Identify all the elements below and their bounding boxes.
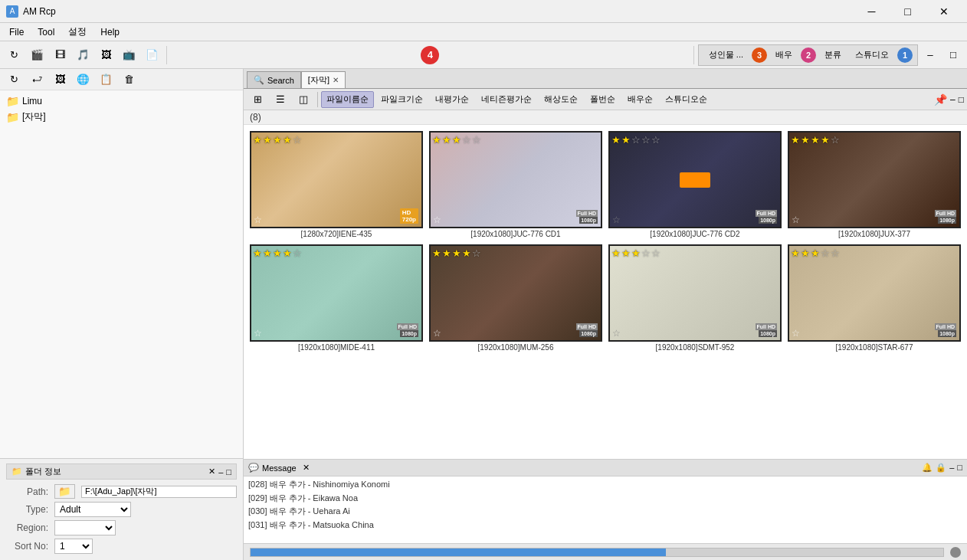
fav-star: ☆: [433, 328, 441, 339]
star-2: ★: [442, 247, 451, 259]
refresh-button[interactable]: ↻: [3, 44, 25, 66]
sort-myrating-button[interactable]: 내평가순: [430, 91, 474, 108]
path-row: Path: 📁: [6, 483, 237, 500]
main-container: ↻ ⮐ 🖼 🌐 📋 🗑 📁 Limu 📁 [자막] 📁 폴더 정보 ✕: [0, 69, 967, 560]
pin-icon[interactable]: 📌: [934, 93, 947, 106]
fav-star: ☆: [254, 215, 262, 225]
grid-item-8[interactable]: ★★★☆☆ Full HD1080p ☆ [1920x1080]STAR-677: [788, 244, 961, 352]
thumb-wrapper: ★★☆☆☆ Full HD1080p ☆: [608, 131, 782, 228]
menu-file[interactable]: File: [3, 25, 30, 39]
star-2: ★: [801, 247, 810, 259]
tab-jamak[interactable]: [자막] ✕: [301, 71, 346, 88]
image-button[interactable]: 🖼: [95, 44, 116, 66]
video-button[interactable]: 🎬: [26, 44, 48, 66]
doc-button[interactable]: 📄: [141, 44, 162, 66]
grid-item-5[interactable]: ★★★★☆ Full HD1080p ☆ [1920x1080]MIDE-411: [250, 244, 423, 352]
main-toolbar: ↻ 🎬 🎞 🎵 🖼 📺 📄 4 성인물 ... 3 배우 2 분류 스튜디오 1…: [0, 41, 967, 69]
sort-folnum-button[interactable]: 폴번순: [585, 91, 621, 108]
screen-button[interactable]: 📺: [118, 44, 139, 66]
msg-maximize-icon[interactable]: □: [957, 463, 962, 473]
message-tab-close[interactable]: ✕: [303, 463, 310, 473]
fullhd-top: Full HD: [576, 323, 598, 330]
sort-resolution-button[interactable]: 해상도순: [539, 91, 583, 108]
star-1: ★: [432, 247, 441, 259]
music-button[interactable]: 🎵: [72, 44, 93, 66]
view-list-button[interactable]: ☰: [270, 89, 291, 110]
tree-image-button[interactable]: 🖼: [49, 69, 70, 90]
grid-item-6[interactable]: ★★★★☆ Full HD1080p ☆ [1920x1080]MUM-256: [429, 244, 602, 352]
thumb-img: [251, 133, 421, 227]
sort-actor-button[interactable]: 배우순: [622, 91, 658, 108]
menu-help[interactable]: Help: [94, 25, 126, 39]
close-button[interactable]: ✕: [926, 0, 961, 23]
category-studio[interactable]: 스튜디오: [850, 47, 894, 64]
star-3: ★: [811, 134, 820, 146]
tree-refresh-button[interactable]: ↻: [3, 69, 25, 90]
thumb-label: [1920x1080]MUM-256: [478, 343, 554, 352]
category-adults[interactable]: 성인물 ...: [703, 47, 749, 64]
star-4: ★: [462, 247, 471, 259]
left-panel: ↻ ⮐ 🖼 🌐 📋 🗑 📁 Limu 📁 [자막] 📁 폴더 정보 ✕: [0, 69, 244, 560]
view-detail-button[interactable]: ◫: [293, 89, 314, 110]
star-5: ☆: [831, 247, 840, 259]
msg-icon-2[interactable]: 🔒: [936, 463, 946, 473]
grid-item-3[interactable]: ★★☆☆☆ Full HD1080p ☆ [1920x1080]JUC-776 …: [608, 131, 782, 238]
sort-filename-button[interactable]: 파일이름순: [321, 91, 374, 108]
star-2: ★: [263, 134, 272, 146]
panel-toggle-1[interactable]: –: [919, 44, 941, 66]
tree-item-limu[interactable]: 📁 Limu: [3, 93, 240, 109]
thumb-stars: ★★★☆☆: [791, 247, 840, 259]
film-button[interactable]: 🎞: [49, 44, 70, 66]
region-select[interactable]: [54, 520, 116, 535]
msg-icon-1[interactable]: 🔔: [922, 463, 933, 473]
menu-settings[interactable]: 설정: [62, 24, 93, 40]
folder-info-icon: 📁: [11, 467, 22, 476]
tab-search[interactable]: 🔍 Search: [247, 71, 301, 88]
path-input[interactable]: [81, 486, 237, 498]
thumb-label: [1920x1080]SDMT-952: [656, 343, 735, 352]
star-1: ★: [791, 247, 800, 259]
tree-collapse-button[interactable]: ⮐: [26, 69, 48, 90]
grid-item-7[interactable]: ★★★☆☆ Full HD1080p ☆ [1920x1080]SDMT-952: [608, 244, 782, 352]
minimize-panel-icon[interactable]: –: [950, 94, 956, 105]
category-type[interactable]: 분류: [819, 47, 847, 64]
fullhd-badge: Full HD1080p: [935, 323, 957, 337]
message-icon: 💬: [248, 463, 259, 473]
grid-item-2[interactable]: ★★★☆☆ Full HD1080p ☆ [1920x1080]JUC-776 …: [429, 131, 602, 238]
fav-star: ☆: [254, 328, 262, 339]
minimize-button[interactable]: ─: [854, 0, 889, 23]
tree-delete-button[interactable]: 🗑: [118, 69, 139, 90]
msg-minimize-icon[interactable]: –: [949, 463, 954, 473]
star-3: ★: [811, 247, 820, 259]
sort-studio-button[interactable]: 스튜디오순: [660, 91, 713, 108]
category-actor[interactable]: 배우: [770, 47, 798, 64]
menu-tool[interactable]: Tool: [31, 25, 61, 39]
sort-filesize-button[interactable]: 파일크기순: [375, 91, 428, 108]
grid-item-1[interactable]: ★★★★☆ HD720p ☆ [1280x720]IENE-435: [250, 131, 423, 238]
folder-icon-limu: 📁: [6, 95, 19, 107]
badge-1: 1: [897, 47, 913, 63]
tab-jamak-close[interactable]: ✕: [333, 76, 339, 84]
thumb-stars: ★★★★☆: [253, 247, 302, 259]
tab-bar: 🔍 Search [자막] ✕: [244, 69, 967, 89]
folder-info-panel: 📁 폴더 정보 ✕ – □ Path: 📁 Type: Adult Region…: [0, 458, 243, 560]
sortno-select[interactable]: 1: [54, 539, 93, 554]
view-grid-button[interactable]: ⊞: [247, 89, 268, 110]
type-select[interactable]: Adult: [54, 502, 131, 517]
maximize-button[interactable]: □: [890, 0, 925, 23]
tree-item-jamak[interactable]: 📁 [자막]: [3, 109, 240, 125]
menu-bar: File Tool 설정 Help: [0, 23, 967, 41]
tree-copy-button[interactable]: 📋: [95, 69, 116, 90]
message-line: [029] 배우 추가 - Eikawa Noa: [248, 492, 962, 506]
grid-item-4[interactable]: ★★★★☆ Full HD1080p ☆ [1920x1080]JUX-377: [788, 131, 961, 238]
tree-label-jamak: [자막]: [22, 110, 46, 123]
grid-container: ★★★★☆ HD720p ☆ [1280x720]IENE-435 ★★★☆☆ …: [244, 125, 967, 459]
thumb-stars: ★★★★☆: [253, 134, 302, 146]
sort-netrating-button[interactable]: 네티즌평가순: [476, 91, 537, 108]
browse-button[interactable]: 📁: [54, 484, 75, 499]
maximize-panel-icon[interactable]: □: [959, 94, 964, 105]
type-label: Type:: [6, 504, 48, 515]
panel-toggle-2[interactable]: □: [942, 44, 964, 66]
folder-info-header: 📁 폴더 정보 ✕ – □: [6, 463, 237, 480]
tree-web-button[interactable]: 🌐: [72, 69, 93, 90]
